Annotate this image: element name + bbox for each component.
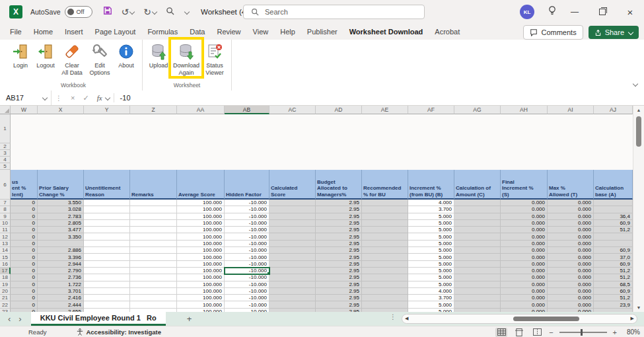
qat-customize-chevron-icon[interactable] (184, 9, 190, 15)
cell-X11[interactable]: 3.477 (38, 227, 84, 233)
formula-input[interactable]: -10 (118, 94, 131, 102)
row-header-19[interactable]: 19 (0, 281, 11, 288)
cell-AA18[interactable]: 100.000 (177, 274, 225, 281)
cell-AC18[interactable] (269, 274, 316, 281)
column-header-AH[interactable]: AH (501, 106, 548, 114)
cell-AH8[interactable]: 0.000 (501, 206, 548, 213)
cell-AI16[interactable]: 0.000 (548, 261, 594, 268)
cell-Z19[interactable] (130, 281, 177, 288)
cell-AB13[interactable]: -10.000 (225, 241, 269, 247)
cell-Z18[interactable] (130, 274, 177, 281)
cell-AF20[interactable]: 4.000 (408, 288, 454, 295)
cell-AE14[interactable] (362, 247, 408, 254)
cell-AB19[interactable]: -10.000 (225, 281, 269, 288)
cell-AI22[interactable]: 0.000 (548, 301, 594, 308)
column-header-AG[interactable]: AG (454, 106, 501, 114)
cell-AI13[interactable]: 0.000 (548, 241, 594, 247)
cell-AB14[interactable]: -10.000 (225, 247, 269, 254)
cell-X19[interactable]: 1.722 (38, 281, 84, 288)
clear-all-data-button[interactable]: Clear All Data (58, 40, 86, 76)
cell-AB7[interactable]: -10.000 (225, 200, 269, 206)
cell-AC11[interactable] (269, 227, 316, 233)
cell-X17[interactable]: 2.790 (38, 268, 84, 274)
cell-AG20[interactable] (454, 288, 501, 295)
cell-AJ16[interactable]: 60,9 (594, 261, 633, 268)
cell-W22[interactable]: 0 (11, 301, 38, 308)
cell-Z8[interactable] (130, 206, 177, 213)
upload-button[interactable]: Upload (146, 40, 171, 69)
cell-AJ19[interactable]: 68,5 (594, 281, 633, 288)
formula-bar-grip-icon[interactable]: ⋮ (55, 94, 63, 102)
cell-W13[interactable]: 0 (11, 241, 38, 247)
cell-AG15[interactable] (454, 254, 501, 260)
share-button[interactable]: Share (589, 26, 639, 39)
row-header-13[interactable]: 13 (0, 241, 11, 247)
scroll-up-arrow-icon[interactable]: ▲ (633, 108, 644, 112)
cell-Z22[interactable] (130, 301, 177, 308)
cell-AI20[interactable]: 0.000 (548, 288, 594, 295)
cell-Z11[interactable] (130, 227, 177, 233)
cell-AD13[interactable]: 2.95 (316, 241, 362, 247)
cell-AD6[interactable]: Budget Allocated to Managers% (316, 170, 362, 200)
user-avatar[interactable]: KL (520, 5, 534, 19)
cell-AF8[interactable]: 3.700 (408, 206, 454, 213)
cell-AA17[interactable]: 100.000 (177, 268, 225, 274)
cell-Z7[interactable] (130, 200, 177, 206)
cell-AI12[interactable]: 0.000 (548, 233, 594, 240)
cell-AH19[interactable]: 0.000 (501, 281, 548, 288)
cell-AJ13[interactable] (594, 241, 633, 247)
lightbulb-icon[interactable] (548, 5, 557, 19)
cell-AG12[interactable] (454, 233, 501, 240)
cell-AE9[interactable] (362, 213, 408, 220)
cell-AA10[interactable]: 100.000 (177, 220, 225, 227)
column-header-Y[interactable]: Y (84, 106, 130, 114)
cell-AB8[interactable]: -10.000 (225, 206, 269, 213)
cell-AF16[interactable]: 5.000 (408, 261, 454, 268)
zoom-slider-thumb[interactable] (581, 329, 583, 336)
cell-X14[interactable]: 2.886 (38, 247, 84, 254)
cell-X22[interactable]: 2.444 (38, 301, 84, 308)
cancel-entry-icon[interactable]: × (71, 94, 75, 102)
cell-Z16[interactable] (130, 261, 177, 268)
restore-button[interactable] (589, 0, 616, 24)
normal-view-button[interactable] (495, 328, 507, 337)
insert-function-icon[interactable]: fx (97, 94, 102, 102)
cell-AI6[interactable]: Max % Allowed (T) (548, 170, 594, 200)
cell-AC17[interactable] (269, 268, 316, 274)
cell-AB11[interactable]: -10.000 (225, 227, 269, 233)
cell-AJ21[interactable]: 51,2 (594, 295, 633, 301)
cell-Y13[interactable] (84, 241, 130, 247)
minimize-button[interactable]: — (561, 0, 589, 24)
cell-AC16[interactable] (269, 261, 316, 268)
cell-AE7[interactable] (362, 200, 408, 206)
cell-AE8[interactable] (362, 206, 408, 213)
cell-AF14[interactable]: 5.000 (408, 247, 454, 254)
edit-options-button[interactable]: Edit Options (86, 40, 114, 76)
cell-AG21[interactable] (454, 295, 501, 301)
cell-AJ8[interactable] (594, 206, 633, 213)
cell-AJ7[interactable] (594, 200, 633, 206)
cell-W15[interactable]: 0 (11, 254, 38, 260)
cell-AI19[interactable]: 0.000 (548, 281, 594, 288)
cell-AE15[interactable] (362, 254, 408, 260)
about-button[interactable]: About (114, 40, 139, 69)
collapse-ribbon-chevron-icon[interactable] (632, 78, 637, 90)
cell-Z10[interactable] (130, 220, 177, 227)
horizontal-scrollbar-thumb[interactable] (513, 317, 579, 321)
cell-AB20[interactable]: -10.000 (225, 288, 269, 295)
column-header-AI[interactable]: AI (548, 106, 594, 114)
cell-AJ10[interactable]: 60,9 (594, 220, 633, 227)
cell-AA22[interactable]: 100.000 (177, 301, 225, 308)
column-header-AB[interactable]: AB (225, 106, 269, 114)
row-header-9[interactable]: 9 (0, 213, 11, 220)
zoom-out-button[interactable]: − (549, 328, 553, 336)
row-header-7[interactable]: 7 (0, 200, 11, 206)
cell-Z17[interactable] (130, 268, 177, 274)
close-button[interactable]: × (616, 0, 644, 24)
cell-AA13[interactable]: 100.000 (177, 241, 225, 247)
cell-Y21[interactable] (84, 295, 130, 301)
cell-AC20[interactable] (269, 288, 316, 295)
row-header-20[interactable]: 20 (0, 288, 11, 295)
empty-range-row-3[interactable] (11, 150, 633, 157)
page-break-view-button[interactable] (531, 328, 543, 337)
